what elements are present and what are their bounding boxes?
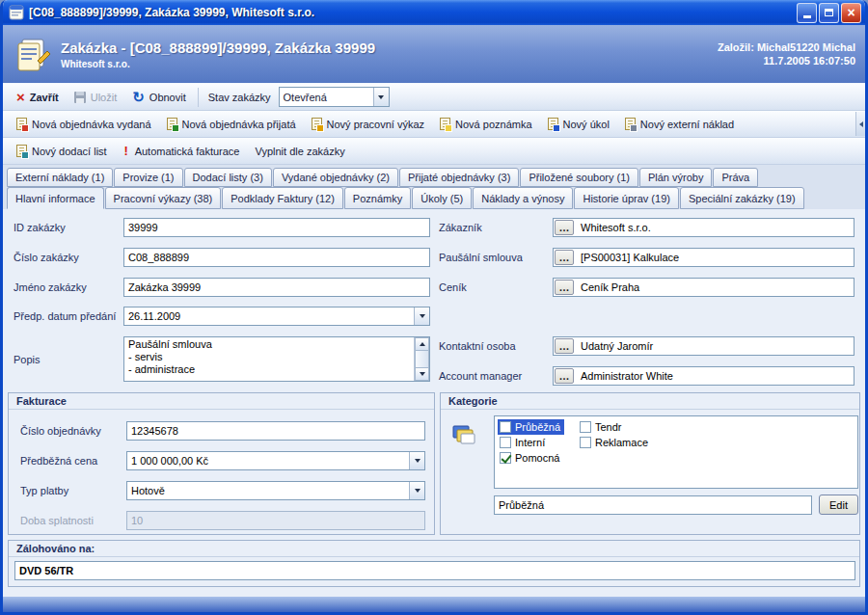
tab-dodaci-listy[interactable]: Dodací listy (3) — [184, 168, 272, 187]
zalohovano-value: DVD 56/TR — [15, 565, 73, 576]
tab-pracovni-vykazy[interactable]: Pracovní výkazy (38) — [105, 187, 222, 209]
label: Nová poznámka — [455, 119, 532, 130]
category-label: Interní — [515, 437, 545, 448]
tab-vydane-objednavky[interactable]: Vydané objednávky (2) — [273, 168, 398, 187]
checkbox-icon[interactable] — [500, 421, 511, 433]
novy-pracovni-vykaz-button[interactable]: Nový pracovní výkaz — [304, 115, 432, 133]
obnovit-button[interactable]: ↻ Obnovit — [124, 87, 194, 107]
category-item-prubezna[interactable]: Průběžná — [498, 419, 564, 435]
vyplnit-dle-zakazky-button[interactable]: Vyplnit dle zakázky — [248, 143, 353, 160]
status-label: Stav zakázky — [208, 92, 271, 103]
obnovit-label: Obnovit — [149, 92, 186, 103]
titlebar[interactable]: [C08_888899]/39999, Zakázka 39999, White… — [3, 0, 865, 25]
tab-row-2: Hlavní informace Pracovní výkazy (38) Po… — [5, 187, 863, 209]
predbezna-cena-field[interactable]: 1 000 000,00 Kč — [126, 451, 425, 470]
cislo-zakazky-field[interactable]: C08_888899 — [123, 248, 430, 267]
category-item-reklamace[interactable]: Reklamace — [578, 435, 652, 450]
nova-objednavka-prijata-button[interactable]: Nová objednávka přijatá — [159, 115, 304, 133]
toolbar-extra: Nový dodací list ! Automatická fakturace… — [3, 138, 865, 165]
category-value-field[interactable]: Průběžná — [494, 495, 812, 515]
tab-externi-naklady[interactable]: Externí náklady (1) — [7, 168, 113, 187]
status-combobox[interactable]: Otevřená — [279, 87, 390, 107]
dropdown-icon[interactable] — [373, 88, 389, 106]
account-manager-field[interactable]: … Administrator White — [553, 366, 854, 386]
tab-historie-uprav[interactable]: Historie úprav (19) — [574, 187, 678, 209]
label: Nový úkol — [563, 119, 610, 130]
nova-objednavka-vydana-button[interactable]: Nová objednávka vydaná — [9, 115, 159, 133]
toolbar-main: × Zavřít Uložit ↻ Obnovit Stav zakázky O… — [3, 84, 865, 111]
zalohovano-field[interactable]: DVD 56/TR — [14, 561, 855, 580]
id-zakazky-field[interactable]: 39999 — [123, 218, 430, 237]
maximize-button[interactable] — [819, 3, 839, 23]
datum-predani-field[interactable]: 26.11.2009 — [123, 307, 430, 326]
lookup-icon[interactable]: … — [555, 338, 574, 354]
dropdown-icon[interactable] — [414, 308, 429, 325]
tab-poznamky[interactable]: Poznámky — [344, 187, 411, 209]
checkbox-icon[interactable] — [580, 421, 591, 433]
checkbox-icon[interactable] — [580, 437, 591, 448]
label: Nový dodací list — [32, 146, 107, 157]
id-zakazky-label: ID zakázky — [14, 222, 123, 233]
category-item-tendr[interactable]: Tendr — [578, 419, 652, 435]
zakaznik-field[interactable]: … Whitesoft s.r.o. — [553, 218, 854, 237]
zalohovano-group: Zálohováno na: DVD 56/TR — [8, 540, 860, 587]
nova-poznamka-button[interactable]: Nová poznámka — [432, 115, 540, 133]
lookup-icon[interactable]: … — [555, 368, 574, 384]
minimize-button[interactable] — [797, 3, 817, 23]
kontaktni-osoba-label: Kontaktní osoba — [439, 340, 553, 352]
lookup-icon[interactable]: … — [555, 280, 574, 295]
jmeno-zakazky-field[interactable]: Zakázka 39999 — [123, 278, 430, 297]
save-icon — [74, 92, 86, 103]
tab-ukoly[interactable]: Úkoly (5) — [412, 187, 472, 209]
lookup-icon[interactable]: … — [555, 250, 574, 265]
novy-dodaci-list-button[interactable]: Nový dodací list — [9, 142, 115, 160]
checkbox-icon[interactable] — [500, 452, 511, 464]
pausalni-smlouva-value: [PS00031] Kalkulace — [577, 252, 679, 263]
ulozit-button[interactable]: Uložit — [67, 89, 125, 106]
kontaktni-osoba-field[interactable]: … Udatný Jaromír — [553, 336, 854, 356]
scroll-down-button[interactable] — [415, 367, 429, 381]
typ-platby-value: Hotově — [127, 485, 409, 496]
tab-prava[interactable]: Práva — [713, 168, 758, 187]
toolbar-overflow-button[interactable] — [855, 112, 865, 136]
cenik-field[interactable]: … Ceník Praha — [553, 278, 854, 297]
popis-field[interactable]: Paušální smlouva - servis - administrace — [123, 336, 430, 382]
scroll-thumb[interactable] — [415, 351, 429, 367]
tab-provize[interactable]: Provize (1) — [114, 168, 182, 187]
novy-ukol-button[interactable]: Nový úkol — [540, 115, 617, 133]
dropdown-icon[interactable] — [409, 482, 424, 499]
pausalni-smlouva-field[interactable]: … [PS00031] Kalkulace — [553, 248, 854, 267]
jmeno-zakazky-value: Zakázka 39999 — [124, 281, 201, 293]
dropdown-icon[interactable] — [409, 452, 424, 469]
category-listbox[interactable]: Průběžná Interní Pomocná Tendr — [494, 415, 858, 489]
cenik-label: Ceník — [439, 281, 553, 293]
tab-prilozene-soubory[interactable]: Přiložené soubory (1) — [520, 168, 638, 187]
category-item-pomocna[interactable]: Pomocná — [498, 450, 564, 466]
tab-specialni-zakazky[interactable]: Speciální zakázky (19) — [680, 187, 804, 209]
zavrit-button[interactable]: × Zavřít — [9, 87, 67, 107]
tab-prijate-objednavky[interactable]: Přijaté objednávky (3) — [399, 168, 519, 187]
tab-hlavni-informace[interactable]: Hlavní informace — [7, 187, 104, 209]
tab-plan-vyroby[interactable]: Plán výroby — [639, 168, 712, 187]
window-bottom-frame — [3, 597, 865, 612]
new-external-cost-icon — [625, 118, 636, 130]
tab-naklady-a-vynosy[interactable]: Náklady a výnosy — [473, 187, 573, 209]
toolbar-area: × Zavřít Uložit ↻ Obnovit Stav zakázky O… — [3, 83, 865, 165]
close-window-button[interactable]: × — [841, 3, 861, 23]
lookup-icon[interactable]: … — [555, 220, 574, 235]
zakaznik-value: Whitesoft s.r.o. — [577, 222, 651, 233]
automaticka-fakturace-button[interactable]: ! Automatická fakturace — [115, 142, 248, 160]
doba-splatnosti-field: 10 — [126, 511, 425, 530]
tab-strip: Externí náklady (1) Provize (1) Dodací l… — [3, 165, 865, 209]
novy-externi-naklad-button[interactable]: Nový externí náklad — [617, 115, 742, 133]
scroll-up-button[interactable] — [415, 337, 429, 351]
typ-platby-field[interactable]: Hotově — [126, 481, 425, 500]
category-item-interni[interactable]: Interní — [498, 435, 564, 450]
edit-button[interactable]: Edit — [819, 495, 858, 515]
tab-podklady-faktury[interactable]: Podklady Faktury (12) — [222, 187, 343, 209]
chevron-left-icon — [859, 121, 863, 127]
popis-scrollbar[interactable] — [414, 337, 429, 381]
checkbox-icon[interactable] — [500, 437, 511, 448]
cislo-objednavky-field[interactable]: 12345678 — [126, 421, 425, 441]
arrow-down-icon — [415, 459, 420, 463]
